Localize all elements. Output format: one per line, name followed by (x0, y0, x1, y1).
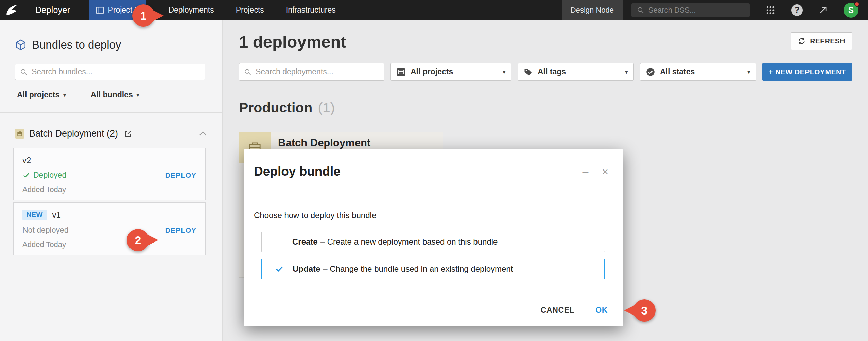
user-avatar[interactable]: S (844, 3, 858, 18)
sidebar-projects-filter[interactable]: All projects ▾ (17, 90, 66, 100)
option-create-text: Create– Create a new deployment based on… (292, 237, 498, 247)
nav-tabs: Deployments Projects Infrastructures (168, 5, 335, 15)
bundle-status: Not deployed (22, 226, 69, 235)
bundle-search-input[interactable] (32, 67, 200, 76)
bundle-group-header: Batch Deployment (2) (15, 128, 207, 139)
page-title: 1 deployment (239, 32, 346, 51)
global-search (631, 3, 750, 17)
bundle-version: v2 (22, 156, 196, 165)
global-search-input[interactable] (648, 6, 744, 15)
chevron-up-icon[interactable] (198, 129, 207, 138)
bundle-card-v2: v2 Deployed DEPLOY Added Today (13, 148, 206, 200)
avatar-letter: S (848, 5, 854, 15)
modal-footer: CANCEL OK (541, 306, 608, 315)
deployment-filter-row: All projects ▾ All tags ▾ All states ▾ (239, 63, 852, 81)
option-update[interactable]: Update– Change the bundle used in an exi… (261, 259, 605, 279)
nav-right: Design Node ? S (562, 0, 868, 20)
annotation-step-2: 2 (127, 229, 149, 251)
check-icon (22, 172, 30, 179)
bundle-cube-icon (15, 39, 27, 51)
deployment-search-input[interactable] (256, 67, 379, 76)
option-create[interactable]: Create– Create a new deployment based on… (261, 232, 605, 252)
modal-title: Deploy bundle (254, 164, 341, 179)
bundle-added-date: Added Today (22, 185, 196, 194)
caret-down-icon: ▾ (136, 92, 140, 98)
section-title: Production (239, 100, 312, 116)
sidebar-bundles-filter[interactable]: All bundles ▾ (91, 90, 140, 100)
states-filter-dropdown[interactable]: All states ▾ (640, 63, 756, 81)
window-icon (96, 6, 104, 15)
projects-filter-dropdown[interactable]: All projects ▾ (390, 63, 511, 81)
bundle-search (15, 64, 205, 80)
apps-grid-icon[interactable] (765, 5, 776, 15)
sidebar-bundles-filter-label: All bundles (91, 90, 133, 100)
tab-deployments[interactable]: Deployments (168, 5, 214, 15)
bundle-status-label: Deployed (33, 170, 66, 180)
annotation-step-3: 3 (633, 299, 656, 322)
help-icon[interactable]: ? (791, 4, 803, 16)
projects-filter-label: All projects (411, 67, 453, 76)
tab-projects[interactable]: Projects (236, 5, 264, 15)
option-create-desc: – Create a new deployment based on this … (320, 237, 498, 246)
new-badge: NEW (22, 210, 47, 220)
bundle-status-row: Deployed DEPLOY (22, 170, 196, 180)
external-link-icon[interactable] (124, 130, 132, 138)
refresh-button[interactable]: REFRESH (791, 32, 852, 50)
option-update-text: Update– Change the bundle used in an exi… (293, 264, 513, 274)
deployer-screen: Deployer Project Deployer Deployments Pr… (0, 0, 868, 341)
refresh-icon (798, 37, 806, 45)
sidebar-filters: All projects ▾ All bundles ▾ (17, 90, 222, 100)
tags-filter-label: All tags (538, 67, 566, 76)
refresh-label: REFRESH (810, 37, 845, 45)
project-icon (396, 67, 406, 77)
brand-label: Deployer (35, 5, 70, 15)
caret-down-icon: ▾ (63, 92, 66, 98)
bundle-version: v1 (52, 210, 61, 220)
option-update-name: Update (293, 264, 320, 273)
design-node-button[interactable]: Design Node (562, 0, 623, 20)
caret-down-icon: ▾ (625, 69, 628, 75)
new-deployment-button[interactable]: + NEW DEPLOYMENT (762, 63, 852, 81)
annotation-step-1: 1 (132, 4, 155, 27)
top-nav-bar: Deployer Project Deployer Deployments Pr… (0, 0, 868, 20)
bundles-sidebar: Bundles to deploy All projects ▾ All bun… (0, 20, 223, 341)
modal-prompt: Choose how to deploy this bundle (254, 211, 613, 220)
section-count: (1) (318, 100, 335, 116)
cancel-button[interactable]: CANCEL (541, 306, 574, 315)
deployment-search (239, 63, 384, 81)
deploy-link-v1[interactable]: DEPLOY (165, 226, 196, 234)
launch-arrow-icon[interactable] (818, 5, 828, 15)
ok-button[interactable]: OK (595, 306, 608, 315)
bundle-status-row: Not deployed DEPLOY (22, 226, 196, 235)
option-create-name: Create (292, 237, 318, 246)
sidebar-title-row: Bundles to deploy (15, 38, 222, 51)
option-update-desc: – Change the bundle used in an existing … (323, 264, 513, 273)
deploy-bundle-modal: Deploy bundle – × Choose how to deploy t… (244, 149, 623, 326)
sidebar-divider (0, 112, 222, 113)
check-icon (275, 265, 288, 273)
tags-filter-dropdown[interactable]: All tags ▾ (518, 63, 634, 81)
modal-header: Deploy bundle – × (244, 149, 623, 179)
deploy-mode-options: Create– Create a new deployment based on… (261, 232, 605, 279)
close-icon[interactable]: × (602, 166, 608, 177)
search-icon (637, 6, 644, 14)
search-icon (20, 68, 28, 76)
tab-infrastructures[interactable]: Infrastructures (286, 5, 336, 15)
sidebar-title: Bundles to deploy (32, 38, 121, 51)
bundle-status-label: Not deployed (22, 226, 69, 235)
bundle-group-title: Batch Deployment (2) (29, 128, 118, 139)
bundle-status: Deployed (22, 170, 66, 180)
check-circle-icon (646, 67, 655, 77)
search-icon (244, 68, 251, 76)
minimize-icon[interactable]: – (583, 166, 589, 177)
sidebar-projects-filter-label: All projects (17, 90, 59, 100)
caret-down-icon: ▾ (747, 69, 750, 75)
caret-down-icon: ▾ (502, 69, 506, 75)
deploy-link-v2[interactable]: DEPLOY (165, 171, 196, 179)
dataiku-logo-icon[interactable] (5, 3, 20, 17)
bundle-added-date: Added Today (22, 240, 196, 249)
section-title-row: Production (1) (239, 100, 868, 116)
project-bundle-icon (15, 129, 24, 139)
main-header: 1 deployment REFRESH (239, 32, 852, 51)
notification-dot (854, 2, 860, 7)
